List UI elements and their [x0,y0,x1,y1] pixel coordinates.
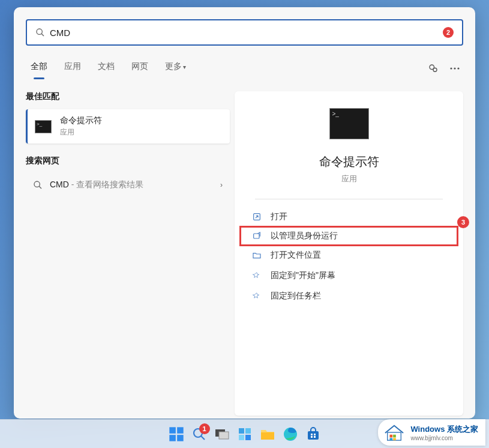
action-pin-start-label: 固定到"开始"屏幕 [271,270,335,281]
taskbar-search[interactable]: 1 [191,426,208,443]
action-run-admin[interactable]: 以管理员身份运行 3 [241,227,457,245]
web-search-item[interactable]: CMD - 查看网络搜索结果 › [26,174,230,196]
widgets-icon [238,427,252,441]
best-match-item[interactable]: 命令提示符 应用 [26,109,230,144]
best-match-sub: 应用 [60,127,102,138]
folder-icon [251,250,262,261]
search-annotation-badge: 2 [443,27,454,38]
web-item-query: CMD [50,180,69,189]
watermark-title: Windows 系统之家 [410,424,478,435]
svg-line-16 [201,436,205,440]
svg-point-3 [433,68,437,71]
svg-rect-11 [169,427,176,434]
svg-rect-26 [311,434,313,435]
svg-rect-13 [169,435,176,441]
edge-icon [283,426,298,442]
action-open[interactable]: 打开 [235,207,463,227]
windows-icon [168,426,185,443]
action-pin-taskbar[interactable]: 固定到任务栏 [235,286,463,306]
svg-rect-34 [394,438,397,440]
shield-icon [251,231,262,241]
search-bar[interactable]: 2 [26,19,463,46]
tab-apps[interactable]: 应用 [62,58,83,79]
search-input[interactable] [50,28,438,38]
taskbar-edge[interactable] [282,426,299,443]
taskbar-search-badge: 1 [199,423,210,434]
svg-rect-25 [308,431,319,440]
svg-rect-22 [245,435,251,440]
start-button[interactable] [168,426,185,443]
tab-web[interactable]: 网页 [129,58,151,79]
action-pin-taskbar-label: 固定到任务栏 [271,291,321,301]
svg-rect-23 [261,432,274,440]
annotation-badge-3: 3 [457,216,469,228]
open-icon [251,211,262,222]
pin-icon [251,291,262,301]
web-item-desc: - 查看网络搜索结果 [69,180,143,189]
taskbar-store[interactable] [305,426,322,443]
action-run-admin-label: 以管理员身份运行 [271,231,338,241]
svg-rect-19 [239,428,244,434]
divider [255,199,442,199]
svg-rect-21 [239,435,244,440]
task-view-icon [215,428,229,440]
search-icon [35,28,45,37]
house-icon [383,423,406,442]
taskbar-task-view[interactable] [214,426,230,443]
app-large-icon [329,108,369,139]
store-icon [306,427,320,441]
web-results-label: 搜索网页 [26,156,230,166]
action-open-location[interactable]: 打开文件位置 [235,245,463,265]
watermark-url: www.bjjmlv.com [410,435,478,441]
watermark: Windows 系统之家 www.bjjmlv.com [378,419,485,446]
cmd-thumbnail-icon [35,120,52,133]
tab-docs[interactable]: 文档 [95,58,117,79]
chevron-down-icon: ▾ [183,64,186,70]
svg-point-5 [454,67,455,69]
taskbar-explorer[interactable] [259,426,276,443]
search-window: 2 全部 应用 文档 网页 更多▾ 最佳匹配 命令提示符 应用 [14,7,475,419]
svg-point-4 [450,67,452,69]
app-subtitle: 应用 [341,174,357,184]
svg-line-8 [39,186,41,189]
best-match-label: 最佳匹配 [26,91,230,102]
action-open-label: 打开 [271,211,287,222]
svg-rect-10 [254,234,259,238]
svg-rect-27 [314,434,316,435]
tab-all[interactable]: 全部 [28,58,50,79]
left-pane: 最佳匹配 命令提示符 应用 搜索网页 CMD - 查看网络搜索结果 › [26,91,230,416]
svg-line-1 [41,34,44,36]
svg-rect-12 [177,427,184,434]
svg-point-6 [457,67,459,69]
svg-rect-29 [314,436,316,438]
svg-rect-31 [390,435,393,438]
best-match-title: 命令提示符 [60,115,102,126]
chevron-right-icon: › [220,181,223,189]
app-title: 命令提示符 [319,154,379,170]
more-icon[interactable] [449,62,461,74]
svg-rect-18 [219,432,229,439]
svg-rect-20 [245,428,251,434]
svg-point-0 [37,29,42,34]
action-pin-start[interactable]: 固定到"开始"屏幕 [235,265,463,286]
svg-rect-14 [177,435,184,441]
details-pane: 命令提示符 应用 打开 以管理员身份运行 3 打开文件位置 [235,91,463,416]
action-open-location-label: 打开文件位置 [271,250,321,261]
svg-point-7 [34,181,40,187]
folder-icon [260,428,275,441]
search-icon [33,180,43,190]
taskbar-widgets[interactable] [236,426,253,443]
svg-rect-28 [311,436,313,438]
pin-icon [251,270,262,281]
svg-rect-32 [394,435,397,438]
tabs-row: 全部 应用 文档 网页 更多▾ [26,58,463,79]
svg-rect-33 [390,438,393,440]
tab-more[interactable]: 更多▾ [163,58,188,79]
search-options-icon[interactable] [427,62,439,74]
